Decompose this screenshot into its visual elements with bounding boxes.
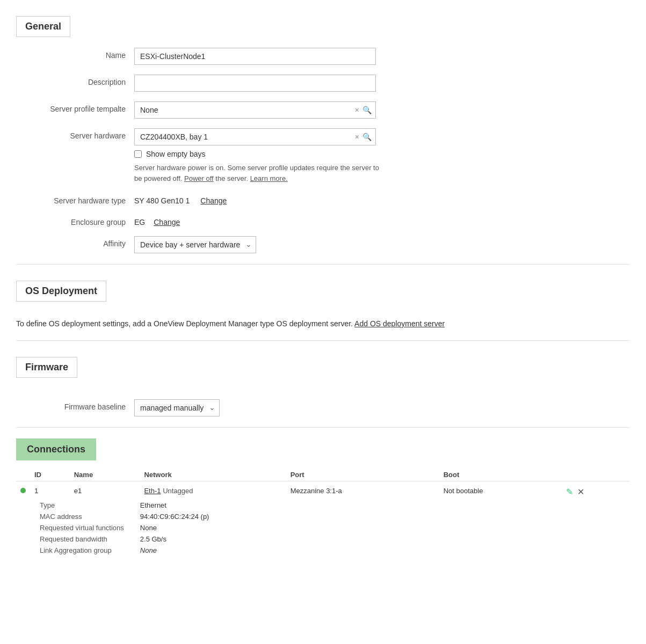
connections-port-col-header: Port — [286, 469, 439, 481]
general-section: General Name Description Server profile … — [16, 11, 630, 253]
server-hardware-type-change-button[interactable]: Change — [200, 196, 227, 205]
description-group: Description — [16, 75, 630, 92]
connections-boot-col-header: Boot — [439, 469, 562, 481]
server-profile-template-control: × 🔍 — [134, 101, 392, 119]
power-off-link[interactable]: Power off — [184, 174, 214, 182]
connection-1-vf-label: Requested virtual functions — [35, 523, 135, 533]
connection-1-network-tag: Untagged — [163, 487, 193, 495]
enclosure-group-change-button[interactable]: Change — [154, 218, 180, 226]
firmware-section: Firmware Firmware baseline managed manua… — [16, 352, 630, 416]
connections-section-header: Connections — [16, 438, 96, 460]
connections-table: ID Name Network Port Boot 1 e1 Eth-1 Unt… — [16, 469, 630, 558]
os-deployment-description: To define OS deployment settings, add a … — [16, 318, 630, 330]
list-item: Type Ethernet MAC address 94:40:C9:6C:24… — [16, 498, 630, 558]
server-hardware-type-control: SY 480 Gen10 1 Change — [134, 193, 392, 205]
connections-table-head: ID Name Network Port Boot — [16, 469, 630, 481]
connection-1-lag-row: Link Aggregation group None — [35, 545, 213, 555]
connections-section: Connections ID Name Network Port Boot 1 … — [16, 438, 630, 558]
server-hardware-search-button[interactable]: 🔍 — [362, 133, 372, 141]
server-profile-template-input[interactable] — [134, 101, 376, 119]
firmware-divider — [16, 427, 630, 428]
connections-actions-col-header — [562, 469, 630, 481]
show-empty-bays-row: Show empty bays — [134, 150, 392, 158]
os-deployment-section-header: OS Deployment — [16, 281, 106, 302]
affinity-label: Affinity — [16, 236, 134, 248]
connection-1-status-cell — [16, 481, 30, 499]
server-hardware-input[interactable] — [134, 128, 376, 145]
server-hardware-input-wrap: × 🔍 — [134, 128, 376, 145]
affinity-select-wrap: Device bay + server hardware Device bay — [134, 236, 256, 253]
firmware-baseline-control: managed manually SPP baseline Custom bas… — [134, 399, 392, 416]
connection-1-vf-value: None — [136, 523, 214, 533]
firmware-section-header: Firmware — [16, 357, 77, 378]
enclosure-group-control: EG Change — [134, 215, 392, 226]
general-section-header: General — [16, 16, 70, 37]
connection-1-actions-cell: ✎ ✕ — [562, 481, 630, 499]
connection-1-detail-spacer-1 — [16, 498, 30, 558]
server-hardware-type-label: Server hardware type — [16, 193, 134, 205]
firmware-baseline-group: Firmware baseline managed manually SPP b… — [16, 399, 630, 416]
server-hardware-clear-button[interactable]: × — [355, 133, 359, 141]
firmware-baseline-select-wrap: managed manually SPP baseline Custom bas… — [134, 399, 220, 416]
server-profile-template-group: Server profile tempalte × 🔍 — [16, 101, 630, 119]
server-hardware-label: Server hardware — [16, 128, 134, 140]
add-os-deployment-server-link[interactable]: Add OS deployment server — [354, 319, 445, 328]
server-hardware-type-row: SY 480 Gen10 1 Change — [134, 193, 392, 205]
server-profile-template-label: Server profile tempalte — [16, 101, 134, 113]
connections-table-header-row: ID Name Network Port Boot — [16, 469, 630, 481]
firmware-baseline-label: Firmware baseline — [16, 399, 134, 411]
server-hardware-control: × 🔍 Show empty bays Server hardware powe… — [134, 128, 392, 184]
enclosure-group-group: Enclosure group EG Change — [16, 215, 630, 226]
connection-1-mac-value: 94:40:C9:6C:24:24 (p) — [136, 511, 214, 522]
server-hardware-type-value: SY 480 Gen10 1 — [134, 196, 190, 205]
server-hardware-type-group: Server hardware type SY 480 Gen10 1 Chan… — [16, 193, 630, 205]
connection-1-name-cell: e1 — [70, 481, 140, 499]
connection-1-port-cell: Mezzanine 3:1-a — [286, 481, 439, 499]
connection-1-network-link[interactable]: Eth-1 — [144, 487, 161, 495]
os-deployment-description-text: To define OS deployment settings, add a … — [16, 319, 353, 328]
connection-1-boot-cell: Not bootable — [439, 481, 562, 499]
connections-status-col-header — [16, 469, 30, 481]
enclosure-group-value: EG — [134, 218, 145, 226]
connection-1-id-cell: 1 — [30, 481, 70, 499]
connection-1-bw-value: 2.5 Gb/s — [136, 534, 214, 544]
affinity-control: Device bay + server hardware Device bay — [134, 236, 392, 253]
connection-1-mac-label: MAC address — [35, 511, 135, 522]
learn-more-link[interactable]: Learn more. — [250, 174, 288, 182]
enclosure-group-row: EG Change — [134, 215, 392, 226]
server-profile-template-input-wrap: × 🔍 — [134, 101, 376, 119]
description-control — [134, 75, 392, 92]
connection-1-lag-label: Link Aggregation group — [35, 545, 135, 555]
affinity-group: Affinity Device bay + server hardware De… — [16, 236, 630, 253]
table-row: 1 e1 Eth-1 Untagged Mezzanine 3:1-a Not … — [16, 481, 630, 499]
connection-1-type-value: Ethernet — [136, 500, 214, 510]
connection-1-network-cell: Eth-1 Untagged — [140, 481, 286, 499]
description-label: Description — [16, 75, 134, 86]
server-profile-template-search-button[interactable]: 🔍 — [362, 106, 372, 114]
show-empty-bays-checkbox[interactable] — [134, 150, 142, 158]
firmware-baseline-select[interactable]: managed manually SPP baseline Custom bas… — [134, 399, 220, 416]
connection-1-bw-label: Requested bandwidth — [35, 534, 135, 544]
name-control — [134, 48, 392, 65]
connections-id-col-header: ID — [30, 469, 70, 481]
connections-network-col-header: Network — [140, 469, 286, 481]
connections-name-col-header: Name — [70, 469, 140, 481]
connection-1-details-cell: Type Ethernet MAC address 94:40:C9:6C:24… — [30, 498, 630, 558]
power-warning-suffix: the server. — [215, 174, 250, 182]
server-hardware-icons: × 🔍 — [355, 133, 372, 141]
server-profile-template-clear-button[interactable]: × — [355, 106, 359, 114]
general-divider — [16, 264, 630, 265]
connection-1-edit-icon[interactable]: ✎ — [566, 487, 573, 497]
description-input[interactable] — [134, 75, 376, 92]
affinity-select[interactable]: Device bay + server hardware Device bay — [134, 236, 256, 253]
show-empty-bays-label: Show empty bays — [146, 150, 206, 158]
connection-1-delete-icon[interactable]: ✕ — [577, 487, 584, 497]
server-profile-template-icons: × 🔍 — [355, 106, 372, 114]
name-input[interactable] — [134, 48, 376, 65]
connection-1-lag-value: None — [136, 545, 214, 555]
name-group: Name — [16, 48, 630, 65]
connections-table-body: 1 e1 Eth-1 Untagged Mezzanine 3:1-a Not … — [16, 481, 630, 558]
connection-1-type-row: Type Ethernet — [35, 500, 213, 510]
connection-1-vf-row: Requested virtual functions None — [35, 523, 213, 533]
connection-1-status-dot — [20, 488, 26, 493]
